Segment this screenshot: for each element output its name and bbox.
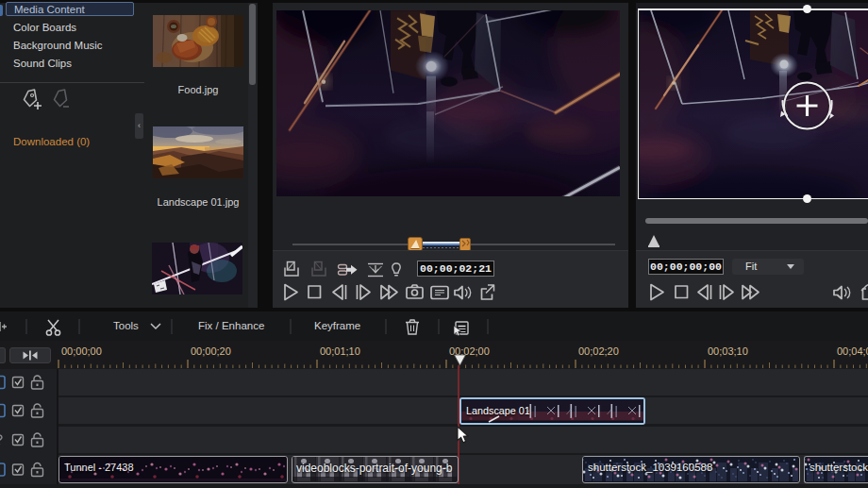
svg-text:00;03;10: 00;03;10 [708, 345, 748, 357]
svg-text:00;02;20: 00;02;20 [578, 345, 619, 357]
svg-text:00;00;20: 00;00;20 [191, 345, 231, 357]
svg-text:00;01;10: 00;01;10 [320, 345, 360, 357]
svg-text:00;04;00: 00;04;00 [837, 345, 868, 357]
svg-text:00;00;00: 00;00;00 [61, 345, 102, 357]
